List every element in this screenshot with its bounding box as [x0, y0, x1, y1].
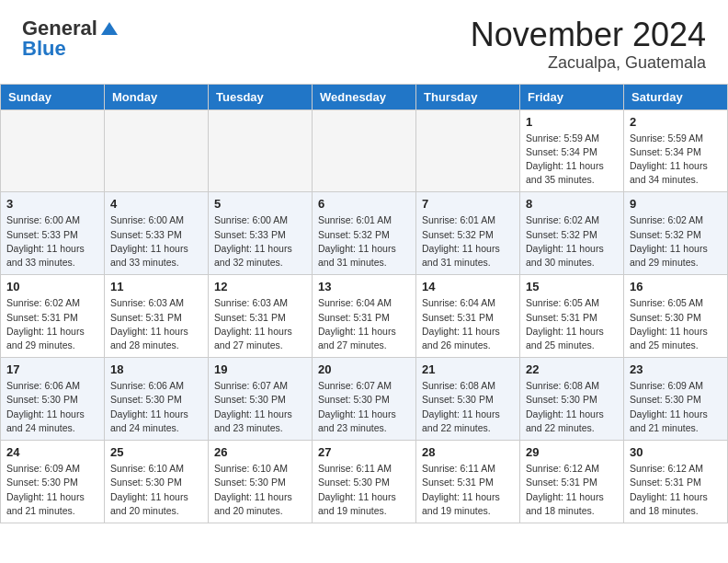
- day-number: 25: [110, 445, 202, 459]
- day-number: 23: [630, 362, 722, 376]
- day-number: 18: [110, 362, 202, 376]
- day-number: 30: [630, 445, 722, 459]
- col-header-friday: Friday: [520, 84, 624, 109]
- month-title: November 2024: [471, 17, 706, 53]
- day-info: Sunrise: 6:05 AMSunset: 5:30 PMDaylight:…: [630, 296, 722, 352]
- calendar-cell: 8Sunrise: 6:02 AMSunset: 5:32 PMDaylight…: [520, 192, 624, 275]
- day-info: Sunrise: 6:04 AMSunset: 5:31 PMDaylight:…: [318, 296, 410, 352]
- day-info: Sunrise: 5:59 AMSunset: 5:34 PMDaylight:…: [526, 132, 618, 188]
- day-info: Sunrise: 6:08 AMSunset: 5:30 PMDaylight:…: [422, 379, 514, 435]
- calendar-cell: 10Sunrise: 6:02 AMSunset: 5:31 PMDayligh…: [1, 275, 105, 358]
- calendar-cell: 7Sunrise: 6:01 AMSunset: 5:32 PMDaylight…: [416, 192, 520, 275]
- day-info: Sunrise: 6:11 AMSunset: 5:30 PMDaylight:…: [318, 462, 410, 518]
- day-info: Sunrise: 6:02 AMSunset: 5:32 PMDaylight:…: [526, 213, 618, 270]
- col-header-tuesday: Tuesday: [209, 84, 313, 109]
- day-number: 15: [526, 280, 618, 293]
- calendar-cell: 4Sunrise: 6:00 AMSunset: 5:33 PMDaylight…: [105, 192, 209, 275]
- col-header-monday: Monday: [105, 84, 209, 109]
- day-number: 10: [6, 280, 98, 293]
- day-info: Sunrise: 6:03 AMSunset: 5:31 PMDaylight:…: [110, 296, 202, 352]
- calendar-cell: 12Sunrise: 6:03 AMSunset: 5:31 PMDayligh…: [209, 275, 313, 358]
- calendar-cell: 22Sunrise: 6:08 AMSunset: 5:30 PMDayligh…: [520, 358, 624, 441]
- calendar-week-row: 1Sunrise: 5:59 AMSunset: 5:34 PMDaylight…: [1, 109, 728, 192]
- calendar-cell: 30Sunrise: 6:12 AMSunset: 5:31 PMDayligh…: [624, 441, 728, 523]
- calendar-week-row: 10Sunrise: 6:02 AMSunset: 5:31 PMDayligh…: [1, 275, 728, 358]
- day-number: 9: [630, 197, 722, 211]
- day-number: 28: [422, 445, 514, 459]
- day-info: Sunrise: 6:03 AMSunset: 5:31 PMDaylight:…: [214, 296, 306, 352]
- day-number: 3: [6, 197, 98, 211]
- day-number: 21: [422, 362, 514, 376]
- calendar-cell: [416, 109, 520, 192]
- day-number: 20: [318, 362, 410, 376]
- calendar-cell: 26Sunrise: 6:10 AMSunset: 5:30 PMDayligh…: [209, 441, 313, 523]
- calendar-cell: 11Sunrise: 6:03 AMSunset: 5:31 PMDayligh…: [105, 275, 209, 358]
- day-info: Sunrise: 6:00 AMSunset: 5:33 PMDaylight:…: [6, 213, 98, 270]
- day-info: Sunrise: 6:00 AMSunset: 5:33 PMDaylight:…: [110, 213, 202, 270]
- day-number: 13: [318, 280, 410, 293]
- calendar-cell: [209, 109, 313, 192]
- day-info: Sunrise: 6:09 AMSunset: 5:30 PMDaylight:…: [6, 462, 98, 518]
- calendar-cell: 27Sunrise: 6:11 AMSunset: 5:30 PMDayligh…: [313, 441, 416, 523]
- calendar-week-row: 3Sunrise: 6:00 AMSunset: 5:33 PMDaylight…: [1, 192, 728, 275]
- day-info: Sunrise: 5:59 AMSunset: 5:34 PMDaylight:…: [630, 132, 722, 188]
- day-info: Sunrise: 6:10 AMSunset: 5:30 PMDaylight:…: [110, 462, 202, 518]
- day-info: Sunrise: 6:01 AMSunset: 5:32 PMDaylight:…: [318, 213, 410, 270]
- day-number: 17: [6, 362, 98, 376]
- calendar-cell: 23Sunrise: 6:09 AMSunset: 5:30 PMDayligh…: [624, 358, 728, 441]
- day-number: 7: [422, 197, 514, 211]
- day-number: 1: [526, 115, 618, 129]
- calendar-cell: [1, 109, 105, 192]
- calendar-week-row: 24Sunrise: 6:09 AMSunset: 5:30 PMDayligh…: [1, 441, 728, 523]
- day-number: 24: [6, 445, 98, 459]
- calendar-header-row: SundayMondayTuesdayWednesdayThursdayFrid…: [1, 84, 728, 109]
- calendar-cell: 5Sunrise: 6:00 AMSunset: 5:33 PMDaylight…: [209, 192, 313, 275]
- title-block: November 2024 Zacualpa, Guatemala: [471, 17, 706, 73]
- calendar-cell: 20Sunrise: 6:07 AMSunset: 5:30 PMDayligh…: [313, 358, 416, 441]
- calendar-cell: 1Sunrise: 5:59 AMSunset: 5:34 PMDaylight…: [520, 109, 624, 192]
- day-info: Sunrise: 6:11 AMSunset: 5:31 PMDaylight:…: [422, 462, 514, 518]
- day-info: Sunrise: 6:00 AMSunset: 5:33 PMDaylight:…: [214, 213, 306, 270]
- day-number: 14: [422, 280, 514, 293]
- calendar-cell: 14Sunrise: 6:04 AMSunset: 5:31 PMDayligh…: [416, 275, 520, 358]
- calendar-cell: 9Sunrise: 6:02 AMSunset: 5:32 PMDaylight…: [624, 192, 728, 275]
- calendar-cell: [313, 109, 416, 192]
- calendar-cell: 24Sunrise: 6:09 AMSunset: 5:30 PMDayligh…: [1, 441, 105, 523]
- day-number: 19: [214, 362, 306, 376]
- calendar-cell: 2Sunrise: 5:59 AMSunset: 5:34 PMDaylight…: [624, 109, 728, 192]
- calendar-week-row: 17Sunrise: 6:06 AMSunset: 5:30 PMDayligh…: [1, 358, 728, 441]
- day-info: Sunrise: 6:12 AMSunset: 5:31 PMDaylight:…: [630, 462, 722, 518]
- day-info: Sunrise: 6:02 AMSunset: 5:31 PMDaylight:…: [6, 296, 98, 352]
- day-number: 5: [214, 197, 306, 211]
- calendar-cell: 17Sunrise: 6:06 AMSunset: 5:30 PMDayligh…: [1, 358, 105, 441]
- logo-icon: [99, 18, 119, 39]
- calendar-table: SundayMondayTuesdayWednesdayThursdayFrid…: [0, 84, 728, 523]
- day-number: 29: [526, 445, 618, 459]
- day-number: 26: [214, 445, 306, 459]
- calendar-cell: 19Sunrise: 6:07 AMSunset: 5:30 PMDayligh…: [209, 358, 313, 441]
- day-number: 2: [630, 115, 722, 129]
- logo: General Blue: [22, 17, 119, 61]
- calendar-cell: 25Sunrise: 6:10 AMSunset: 5:30 PMDayligh…: [105, 441, 209, 523]
- day-number: 6: [318, 197, 410, 211]
- day-info: Sunrise: 6:02 AMSunset: 5:32 PMDaylight:…: [630, 213, 722, 270]
- calendar-cell: 28Sunrise: 6:11 AMSunset: 5:31 PMDayligh…: [416, 441, 520, 523]
- day-info: Sunrise: 6:10 AMSunset: 5:30 PMDaylight:…: [214, 462, 306, 518]
- day-info: Sunrise: 6:06 AMSunset: 5:30 PMDaylight:…: [6, 379, 98, 435]
- calendar-cell: 3Sunrise: 6:00 AMSunset: 5:33 PMDaylight…: [1, 192, 105, 275]
- svg-marker-0: [101, 22, 118, 35]
- day-info: Sunrise: 6:04 AMSunset: 5:31 PMDaylight:…: [422, 296, 514, 352]
- day-number: 12: [214, 280, 306, 293]
- location-subtitle: Zacualpa, Guatemala: [471, 53, 706, 73]
- logo-blue-text: Blue: [22, 37, 66, 61]
- day-info: Sunrise: 6:07 AMSunset: 5:30 PMDaylight:…: [214, 379, 306, 435]
- day-number: 22: [526, 362, 618, 376]
- day-info: Sunrise: 6:01 AMSunset: 5:32 PMDaylight:…: [422, 213, 514, 270]
- day-info: Sunrise: 6:08 AMSunset: 5:30 PMDaylight:…: [526, 379, 618, 435]
- calendar-cell: 18Sunrise: 6:06 AMSunset: 5:30 PMDayligh…: [105, 358, 209, 441]
- day-number: 27: [318, 445, 410, 459]
- day-number: 11: [110, 280, 202, 293]
- calendar-cell: 13Sunrise: 6:04 AMSunset: 5:31 PMDayligh…: [313, 275, 416, 358]
- calendar-cell: 15Sunrise: 6:05 AMSunset: 5:31 PMDayligh…: [520, 275, 624, 358]
- col-header-wednesday: Wednesday: [313, 84, 416, 109]
